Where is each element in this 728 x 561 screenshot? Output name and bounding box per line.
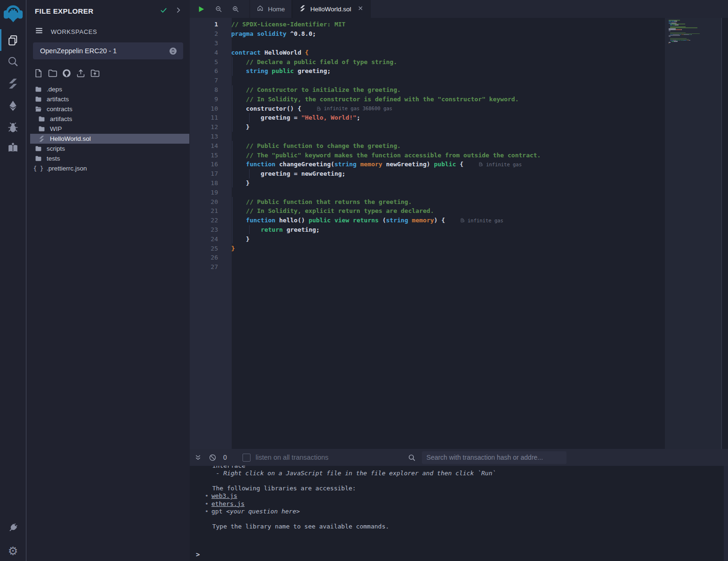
terminal-line: [205, 515, 728, 522]
gas-estimate-badge: infinite gas 368600 gas: [316, 106, 392, 111]
folder-icon: [34, 145, 42, 152]
folder-icon: [38, 115, 46, 122]
tree-item-artifacts[interactable]: artifacts: [30, 114, 189, 124]
tree-item-contracts[interactable]: contracts: [30, 104, 189, 114]
chevron-right-icon[interactable]: [174, 6, 182, 16]
terminal-line: •web3.js: [205, 492, 728, 500]
folder-icon: [34, 155, 42, 162]
tab-helloworld-sol[interactable]: HelloWorld.sol: [292, 0, 371, 18]
activity-item-search[interactable]: [0, 52, 26, 71]
terminal-link-ethers-js[interactable]: ethers.js: [211, 500, 244, 507]
zoom-in-icon[interactable]: [232, 6, 239, 13]
code-line: 27: [190, 262, 665, 272]
workspace-sort-icon: [169, 47, 178, 56]
terminal-line: - Right click on a JavaScript file in th…: [205, 469, 728, 477]
zoom-out-icon[interactable]: [215, 6, 222, 13]
code-line: 8 // Constructor to initialize the greet…: [190, 85, 665, 95]
tree-item-helloworld-sol[interactable]: HelloWorld.sol: [30, 134, 189, 144]
new-folder-icon[interactable]: [48, 68, 57, 80]
panel-title: FILE EXPLORER: [35, 7, 160, 15]
folder-icon: [34, 86, 42, 93]
expand-terminal-icon[interactable]: [194, 454, 202, 462]
activity-item-file-explorer[interactable]: [0, 31, 26, 49]
tree-item--deps[interactable]: .deps: [30, 84, 189, 94]
code-line: 11 greeting = "Hello, World!";: [190, 113, 665, 122]
terminal-line: •ethers.js: [205, 500, 728, 507]
activity-item-deploy-run[interactable]: [0, 96, 26, 115]
minimap-column[interactable]: [665, 18, 722, 449]
terminal-prompt[interactable]: >: [196, 551, 200, 558]
tabs: Home HelloWorld.sol: [250, 0, 371, 18]
code-line: 13: [190, 132, 665, 141]
code-line: 22 function hello() public view returns …: [190, 216, 665, 225]
code-line: 18 }: [190, 179, 665, 188]
tree-item-wip[interactable]: WIP: [30, 124, 189, 134]
code-line: 17 greeting = newGreeting;: [190, 169, 665, 179]
code-line: 25}: [190, 244, 665, 253]
clear-console-icon[interactable]: [209, 454, 217, 462]
code-line: 5 // Declare a public field of type stri…: [190, 57, 665, 66]
terminal-line: [205, 477, 728, 484]
code-line: 7: [190, 76, 665, 85]
folder-open-icon: [34, 106, 42, 113]
remix-ide-window: ⚙ FILE EXPLORER WORKSPACES OpenZeppelin …: [0, 0, 728, 561]
code-line: 2pragma solidity ^0.8.0;: [190, 29, 665, 39]
solidity-file-icon: [299, 5, 306, 13]
listen-transactions-checkbox[interactable]: [243, 454, 251, 462]
code-line: 23 return greeting;: [190, 225, 665, 235]
solidity-file-icon: [38, 135, 46, 142]
code-line: 6 string public greeting;: [190, 66, 665, 76]
activity-item-plugin-manager[interactable]: [0, 518, 26, 537]
github-icon[interactable]: [62, 68, 72, 80]
explorer-toolbar: [26, 59, 190, 80]
code-line: 21 // In Solidity, explicit return types…: [190, 206, 665, 216]
activity-item-learneth[interactable]: [0, 138, 26, 157]
gas-estimate-badge: infinite gas: [478, 162, 522, 167]
terminal-search-input[interactable]: [422, 451, 566, 464]
close-tab-icon[interactable]: [357, 5, 364, 13]
terminal-output[interactable]: interface - Right click on a JavaScript …: [190, 466, 728, 561]
terminal-line: Type the library name to see available c…: [205, 523, 728, 530]
new-file-icon[interactable]: [33, 68, 43, 80]
tree-item-artifacts[interactable]: artifacts: [30, 94, 189, 104]
code-line: 19: [190, 187, 665, 197]
terminal-toolbar: 0 listen on all transactions: [190, 449, 728, 466]
upload-file-icon[interactable]: [76, 68, 86, 80]
terminal: 0 listen on all transactions interface -…: [190, 449, 728, 561]
tree-item-scripts[interactable]: scripts: [30, 144, 189, 154]
workspace-name: OpenZeppelin ERC20 - 1: [40, 47, 169, 55]
code-lines: 1// SPDX-License-Identifier: MIT2pragma …: [190, 20, 665, 272]
workspace-dropdown[interactable]: OpenZeppelin ERC20 - 1: [33, 42, 183, 59]
code-line: 9 // In Solidity, the constructor is def…: [190, 94, 665, 104]
terminal-line: The following libraries are accessible:: [205, 485, 728, 492]
code-line: 4contract HelloWorld {: [190, 48, 665, 57]
check-icon[interactable]: [160, 6, 168, 16]
hamburger-menu-icon[interactable]: [35, 26, 43, 37]
tree-item--prettierrc-json[interactable]: { }.prettierrc.json: [30, 163, 189, 173]
terminal-line: interface: [205, 466, 728, 469]
folder-icon: [34, 96, 42, 103]
run-script-button[interactable]: [197, 5, 205, 13]
activity-item-debugger[interactable]: [0, 118, 26, 137]
tab-home[interactable]: Home: [250, 0, 292, 18]
remix-logo[interactable]: [3, 3, 23, 25]
activity-item-solidity-compiler[interactable]: [0, 74, 26, 93]
workspaces-label: WORKSPACES: [51, 28, 97, 35]
gas-estimate-badge: infinite gas: [460, 218, 503, 223]
upload-folder-icon[interactable]: [90, 68, 100, 80]
file-tree: .deps artifacts contracts artifacts WIP …: [26, 84, 190, 173]
main-area: Home HelloWorld.sol 1// SPDX-License-Ide…: [190, 0, 728, 561]
code-line: 24 }: [190, 234, 665, 244]
terminal-link-web3-js[interactable]: web3.js: [211, 492, 237, 499]
tree-item-tests[interactable]: tests: [30, 154, 189, 163]
terminal-scrollbar[interactable]: [724, 466, 728, 561]
code-editor[interactable]: 1// SPDX-License-Identifier: MIT2pragma …: [190, 18, 728, 449]
minimap[interactable]: [669, 20, 700, 46]
activity-item-settings[interactable]: ⚙: [0, 542, 26, 561]
terminal-search-icon: [408, 454, 416, 462]
braces-icon: { }: [34, 165, 42, 172]
activity-bar: ⚙: [0, 0, 26, 561]
code-line: 15 // The "public" keyword makes the fun…: [190, 150, 665, 160]
transaction-count-badge: 0: [223, 454, 227, 461]
code-line: 14 // Public function to change the gree…: [190, 141, 665, 150]
